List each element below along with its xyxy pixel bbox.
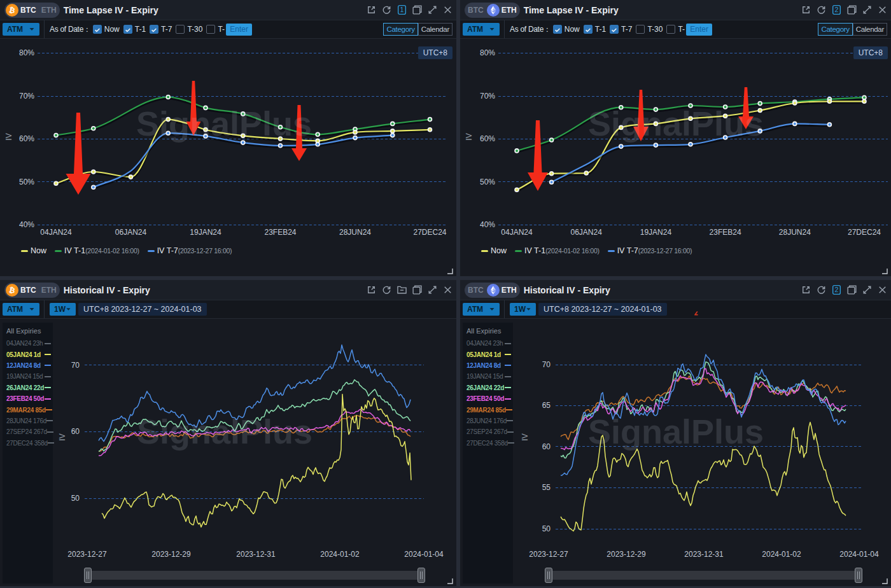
svg-text:2023-12-29: 2023-12-29 <box>151 550 191 559</box>
svg-text:80%: 80% <box>480 48 495 57</box>
svg-text:2023-12-31: 2023-12-31 <box>236 550 276 559</box>
svg-text:2023-12-29: 2023-12-29 <box>607 550 646 559</box>
svg-text:1: 1 <box>400 6 404 13</box>
svg-text:70: 70 <box>542 360 551 369</box>
svg-text:50: 50 <box>542 524 551 533</box>
svg-text:55: 55 <box>542 483 551 492</box>
svg-text:70: 70 <box>71 361 80 370</box>
svg-text:65: 65 <box>542 401 551 410</box>
svg-text:2023-12-27: 2023-12-27 <box>529 550 568 559</box>
svg-text:2024-01-02: 2024-01-02 <box>320 550 360 559</box>
svg-text:60%: 60% <box>19 134 34 143</box>
svg-text:2024-01-04: 2024-01-04 <box>839 550 879 559</box>
svg-text:2024-01-02: 2024-01-02 <box>762 550 801 559</box>
svg-text:50: 50 <box>71 494 80 503</box>
svg-text:2: 2 <box>835 286 839 293</box>
svg-text:60%: 60% <box>480 134 495 143</box>
svg-text:70%: 70% <box>480 92 495 101</box>
svg-text:60: 60 <box>71 427 80 436</box>
svg-text:50%: 50% <box>480 178 495 186</box>
svg-text:2024-01-04: 2024-01-04 <box>404 550 444 559</box>
svg-text:50%: 50% <box>19 178 34 186</box>
svg-text:60: 60 <box>542 442 551 451</box>
svg-text:70%: 70% <box>19 92 34 101</box>
svg-text:2: 2 <box>835 6 839 13</box>
svg-text:2023-12-27: 2023-12-27 <box>67 550 107 559</box>
svg-text:80%: 80% <box>19 48 34 57</box>
svg-text:2023-12-31: 2023-12-31 <box>684 550 724 559</box>
